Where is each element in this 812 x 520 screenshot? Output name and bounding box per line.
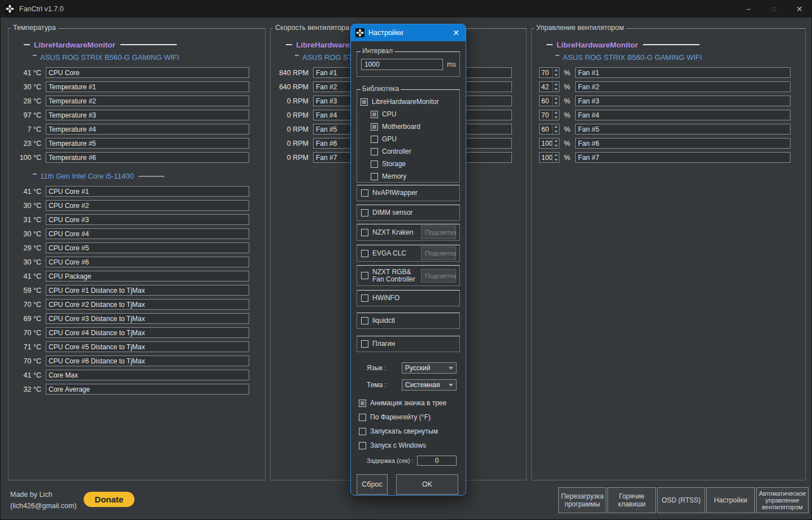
sensor-name-field[interactable] <box>575 138 791 149</box>
sensor-name-field[interactable] <box>46 271 249 281</box>
spinner-up-button[interactable] <box>553 153 559 158</box>
sensor-name-field[interactable] <box>46 152 249 163</box>
delay-input[interactable] <box>417 456 457 466</box>
library-checkbox[interactable] <box>371 111 378 118</box>
library-checkbox[interactable] <box>361 272 368 279</box>
fan-duty-input[interactable] <box>540 124 552 134</box>
fan-duty-spinner[interactable] <box>539 152 559 163</box>
spinner-down-button[interactable] <box>553 115 559 120</box>
fan-duty-input[interactable] <box>540 82 552 92</box>
maximize-button[interactable]: □ <box>761 0 787 18</box>
sensor-name-field[interactable] <box>46 341 249 352</box>
library-checkbox[interactable] <box>371 161 378 168</box>
sensor-name-field[interactable] <box>46 228 249 239</box>
spinner-up-button[interactable] <box>553 138 559 144</box>
sensor-name-field[interactable] <box>46 81 249 92</box>
option-checkbox[interactable] <box>359 414 366 421</box>
spinner-down-button[interactable] <box>553 101 559 106</box>
library-checkbox[interactable] <box>371 123 378 131</box>
option-checkbox[interactable] <box>359 428 366 435</box>
backlight-button[interactable]: Подсветка <box>421 246 456 260</box>
library-checkbox[interactable] <box>371 148 378 155</box>
sensor-name-field[interactable] <box>46 242 249 253</box>
fan-duty-input[interactable] <box>540 138 552 148</box>
sensor-name-field[interactable] <box>46 200 249 211</box>
fan-duty-input[interactable] <box>540 68 552 77</box>
dialog-close-icon[interactable]: ✕ <box>446 24 466 41</box>
sensor-name-field[interactable] <box>46 67 249 78</box>
backlight-button[interactable]: Подсветка <box>421 226 456 239</box>
fan-duty-input[interactable] <box>540 96 552 106</box>
spinner-up-button[interactable] <box>553 96 559 101</box>
sensor-name-field[interactable] <box>46 327 249 338</box>
fan-duty-spinner[interactable] <box>539 81 559 92</box>
sensor-name-field[interactable] <box>46 356 249 366</box>
sensor-name-field[interactable] <box>575 124 791 135</box>
sensor-name-field[interactable] <box>575 96 791 106</box>
tree-collapse-icon[interactable] <box>295 55 299 56</box>
auto-fan-control-button[interactable]: Автоматическое управление вентилятором <box>756 487 809 513</box>
fan-duty-input[interactable] <box>540 153 552 162</box>
tree-collapse-icon[interactable] <box>33 55 37 56</box>
ok-button[interactable]: OK <box>396 474 458 495</box>
sensor-name-field[interactable] <box>46 110 249 120</box>
restart-program-button[interactable]: Перезагрузка программы <box>558 487 606 513</box>
donate-button[interactable]: Donate <box>84 492 134 507</box>
spinner-down-button[interactable] <box>553 87 559 92</box>
fan-duty-spinner[interactable] <box>539 138 559 149</box>
fan-duty-spinner[interactable] <box>539 124 559 135</box>
tree-collapse-icon[interactable] <box>555 55 559 56</box>
sensor-name-field[interactable] <box>575 110 791 120</box>
hotkeys-button[interactable]: Горячие клавиши <box>607 487 656 513</box>
library-checkbox[interactable] <box>371 173 378 180</box>
spinner-up-button[interactable] <box>553 124 559 129</box>
theme-select[interactable]: Системная <box>402 379 457 391</box>
spinner-down-button[interactable] <box>553 129 559 135</box>
close-button[interactable]: ✕ <box>787 0 812 18</box>
tree-collapse-icon[interactable] <box>33 174 37 175</box>
spinner-down-button[interactable] <box>553 158 559 163</box>
library-checkbox[interactable] <box>361 189 368 197</box>
interval-input[interactable] <box>361 59 443 70</box>
tree-collapse-icon[interactable] <box>546 44 553 45</box>
library-checkbox[interactable] <box>361 250 368 257</box>
sensor-name-field[interactable] <box>46 138 249 149</box>
sensor-name-field[interactable] <box>46 124 249 135</box>
option-checkbox[interactable] <box>359 442 366 449</box>
spinner-up-button[interactable] <box>553 110 559 115</box>
sensor-name-field[interactable] <box>575 67 791 78</box>
sensor-name-field[interactable] <box>46 313 249 324</box>
tree-collapse-icon[interactable] <box>286 44 292 45</box>
spinner-up-button[interactable] <box>553 82 559 87</box>
sensor-name-field[interactable] <box>46 186 249 197</box>
sensor-name-field[interactable] <box>575 81 791 92</box>
settings-dialog-titlebar[interactable]: Настройки ✕ <box>351 24 466 41</box>
sensor-name-field[interactable] <box>46 384 249 395</box>
fan-duty-spinner[interactable] <box>539 110 559 120</box>
library-checkbox[interactable] <box>361 98 368 106</box>
fan-duty-spinner[interactable] <box>539 67 559 78</box>
sensor-name-field[interactable] <box>575 152 791 163</box>
sensor-name-field[interactable] <box>46 285 249 296</box>
osd-rtss-button[interactable]: OSD (RTSS) <box>657 487 705 513</box>
sensor-name-field[interactable] <box>46 299 249 310</box>
sensor-name-field[interactable] <box>46 214 249 225</box>
library-checkbox[interactable] <box>361 340 368 348</box>
tree-collapse-icon[interactable] <box>24 44 30 45</box>
library-checkbox[interactable] <box>361 317 368 324</box>
sensor-name-field[interactable] <box>46 96 249 106</box>
language-select[interactable]: Русский <box>402 362 457 374</box>
library-checkbox[interactable] <box>361 294 368 302</box>
spinner-down-button[interactable] <box>553 73 559 78</box>
settings-button[interactable]: Настройки <box>706 487 755 513</box>
fan-duty-spinner[interactable] <box>539 96 559 106</box>
fan-duty-input[interactable] <box>540 110 552 120</box>
library-checkbox[interactable] <box>361 209 368 216</box>
spinner-up-button[interactable] <box>553 68 559 73</box>
library-checkbox[interactable] <box>371 136 378 143</box>
minimize-button[interactable]: – <box>736 0 761 18</box>
library-checkbox[interactable] <box>361 229 368 236</box>
option-checkbox[interactable] <box>359 400 366 407</box>
backlight-button[interactable]: Подсветка <box>421 269 456 283</box>
spinner-down-button[interactable] <box>553 144 559 149</box>
